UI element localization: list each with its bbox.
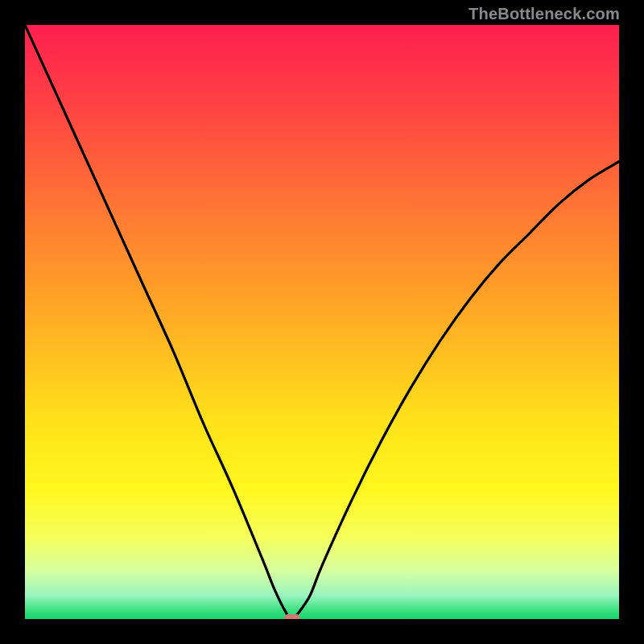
chart-frame: TheBottleneck.com [0, 0, 644, 644]
plot-area [25, 25, 619, 619]
bottleneck-curve [25, 25, 619, 619]
watermark-text: TheBottleneck.com [469, 5, 620, 23]
optimum-marker [284, 614, 300, 619]
